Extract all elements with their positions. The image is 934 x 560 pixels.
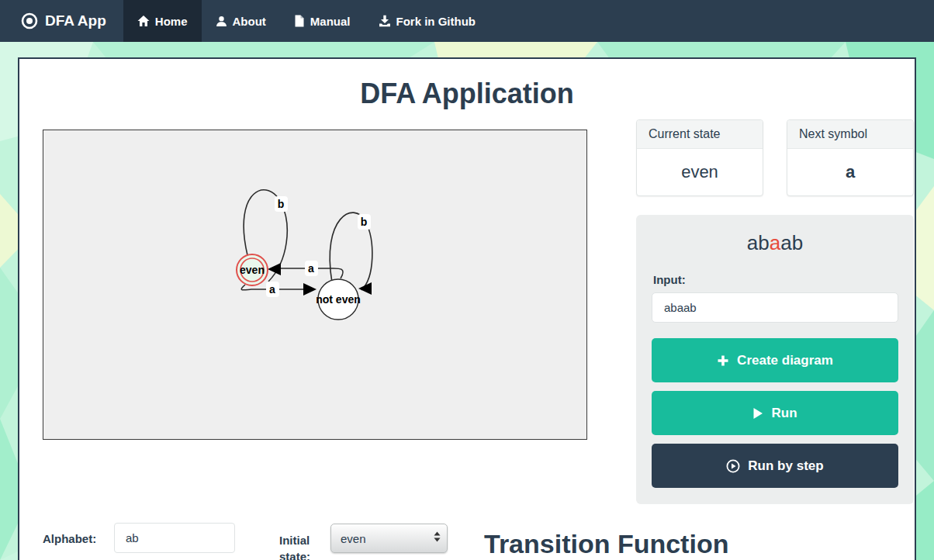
run-by-step-button[interactable]: Run by step	[652, 444, 898, 488]
nav-item-label: Manual	[310, 15, 351, 28]
state-not-even[interactable]: not even	[316, 279, 361, 320]
run-label: Run	[771, 406, 797, 421]
state-even[interactable]: even	[237, 254, 268, 285]
alphabet-input[interactable]	[114, 523, 235, 553]
home-icon	[137, 15, 150, 27]
nav-item-fork[interactable]: Fork in Github	[365, 0, 490, 42]
download-icon	[379, 15, 391, 27]
word-consumed: ab	[747, 231, 770, 254]
edge-label-even-loop: b	[275, 196, 288, 212]
edge-label-noteven-loop: b	[358, 214, 371, 230]
nav-item-manual[interactable]: Manual	[280, 0, 365, 42]
word-progress: abaab	[636, 231, 914, 255]
initial-state-label: Initial state:	[279, 532, 320, 560]
file-icon	[294, 15, 305, 27]
main-card: DFA Application not even	[18, 57, 916, 560]
alphabet-label: Alphabet:	[43, 532, 96, 545]
word-input[interactable]	[652, 292, 898, 323]
svg-text:a: a	[269, 283, 275, 296]
dfa-diagram-canvas[interactable]: not even even b b a	[43, 130, 587, 440]
next-symbol-panel: Next symbol a	[787, 119, 914, 196]
current-state-panel: Current state even	[636, 119, 763, 196]
svg-text:not even: not even	[316, 293, 361, 306]
create-diagram-label: Create diagram	[737, 353, 833, 368]
run-button[interactable]: Run	[652, 391, 898, 435]
dfa-diagram: not even even b b a	[43, 130, 586, 439]
page-title: DFA Application	[19, 78, 915, 110]
nav-item-home[interactable]: Home	[123, 0, 202, 42]
arrowhead-right-icon	[303, 283, 317, 296]
edge-label-noteven-to-even: a	[305, 261, 318, 276]
word-current-symbol: a	[770, 231, 780, 254]
run-by-step-label: Run by step	[748, 458, 823, 474]
plus-icon	[717, 354, 729, 367]
brand[interactable]: DFA App	[0, 0, 123, 42]
initial-state-select-wrap: even	[330, 524, 448, 553]
current-state-header: Current state	[637, 120, 763, 149]
runner-panel: abaab Input: Create diagram Run	[636, 215, 914, 504]
next-symbol-value: a	[787, 149, 913, 195]
navbar: DFA App Home About Manual	[0, 0, 934, 42]
edge-label-even-to-noteven: a	[266, 282, 279, 297]
svg-text:a: a	[308, 262, 314, 275]
user-icon	[216, 16, 227, 27]
transition-function-heading: Transition Function	[484, 529, 728, 559]
input-label: Input:	[653, 273, 686, 286]
nav-item-label: Home	[155, 15, 188, 28]
nav-item-label: Fork in Github	[396, 15, 476, 28]
word-remaining: ab	[780, 231, 803, 254]
next-symbol-header: Next symbol	[787, 120, 913, 149]
svg-text:even: even	[240, 264, 265, 276]
nav-item-about[interactable]: About	[202, 0, 280, 42]
nav-item-label: About	[233, 15, 266, 28]
record-icon	[21, 12, 38, 29]
play-circle-icon	[726, 459, 740, 473]
svg-text:b: b	[278, 198, 285, 210]
current-state-value: even	[637, 149, 763, 195]
svg-text:b: b	[361, 216, 368, 228]
initial-state-select[interactable]: even	[330, 524, 448, 553]
brand-label: DFA App	[45, 12, 106, 29]
create-diagram-button[interactable]: Create diagram	[652, 338, 898, 382]
play-icon	[752, 407, 763, 420]
